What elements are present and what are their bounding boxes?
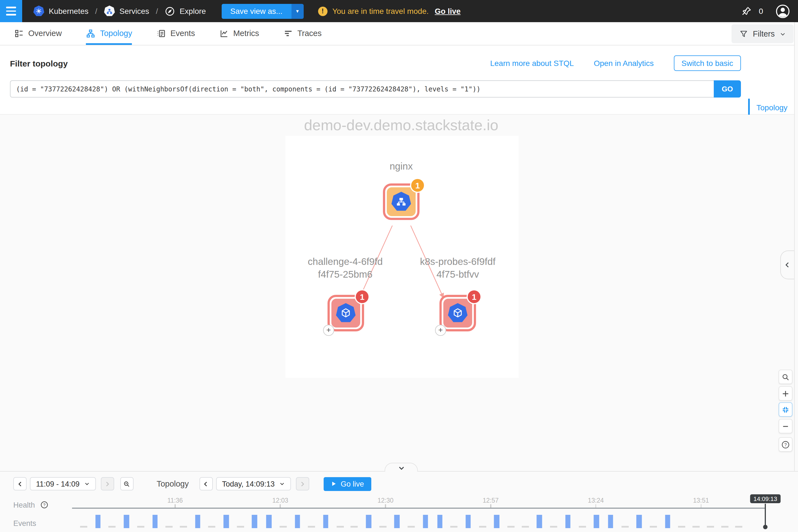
event-gap-dash	[308, 526, 315, 528]
go-live-button[interactable]: Go live	[323, 477, 371, 491]
tab-overview[interactable]: Overview	[14, 22, 62, 45]
event-gap-dash	[407, 526, 415, 528]
tab-metrics[interactable]: Metrics	[220, 22, 259, 45]
topology-canvas[interactable]: demo-dev.demo.stackstate.io nginx 1 chal…	[0, 115, 798, 471]
save-view-caret-button[interactable]: ▼	[291, 4, 303, 19]
node-label-challenge: challenge-4-6f9fd f4f75-25bm6	[308, 255, 383, 281]
save-view-as-split-button: Save view as... ▼	[222, 4, 303, 19]
topology-node-challenge[interactable]: 1 +	[327, 295, 364, 331]
explore-compass-icon	[165, 6, 175, 16]
event-gap-dash	[336, 526, 344, 528]
critical-count-badge[interactable]: 1	[355, 289, 369, 304]
breadcrumb-separator: /	[154, 7, 159, 16]
event-gap-dash	[721, 526, 728, 528]
time-cursor-handle[interactable]	[763, 525, 767, 529]
health-help-icon[interactable]: ?	[40, 500, 49, 509]
event-gap-dash	[208, 526, 215, 528]
timeline-controls: 11:09 - 14:09 Topology Today, 14:09:13	[13, 477, 371, 491]
tab-events[interactable]: Events	[156, 22, 195, 45]
service-icon	[391, 192, 411, 212]
time-range-dropdown[interactable]: 11:09 - 14:09	[30, 477, 96, 491]
tab-topology[interactable]: Topology	[86, 22, 132, 45]
event-gap-dash	[137, 526, 144, 528]
event-gap-dash	[735, 526, 742, 528]
funnel-icon	[739, 30, 748, 38]
event-bar	[636, 515, 642, 528]
open-in-analytics-link[interactable]: Open in Analytics	[594, 59, 654, 68]
zoom-in-button[interactable]	[779, 386, 793, 401]
deviating-count-badge[interactable]: 1	[410, 178, 425, 193]
filters-button[interactable]: Filters	[731, 24, 794, 43]
breadcrumb-explore[interactable]: Explore	[165, 6, 206, 16]
time-axis-line[interactable]	[72, 508, 765, 509]
breadcrumb-label: Services	[119, 7, 149, 16]
save-view-as-button[interactable]: Save view as...	[222, 4, 291, 19]
node-label-k8s-probes: k8s-probes-6f9fdf 4f75-btfvv	[420, 255, 495, 281]
range-forward-button[interactable]	[100, 477, 114, 491]
help-button[interactable]: ?	[779, 437, 793, 452]
expand-node-button[interactable]: +	[323, 325, 334, 336]
event-gap-dash	[379, 526, 386, 528]
svg-text:?: ?	[43, 502, 45, 507]
warning-icon: !	[318, 6, 327, 16]
switch-to-basic-button[interactable]: Switch to basic	[673, 55, 741, 71]
event-bar	[124, 515, 129, 528]
hamburger-menu-button[interactable]	[0, 0, 22, 22]
event-bar	[95, 515, 100, 528]
event-gap-dash	[180, 526, 187, 528]
time-cursor-line[interactable]	[765, 504, 765, 527]
warning-text: You are in time travel mode.	[332, 7, 429, 16]
collapse-timeline-handle[interactable]	[385, 463, 418, 472]
expand-node-button[interactable]: +	[435, 325, 446, 336]
event-bar	[594, 515, 599, 528]
event-gap-dash	[678, 526, 685, 528]
axis-tick: 12:57	[483, 497, 499, 508]
event-bar	[437, 515, 442, 528]
time-cursor-label: 14:09:13	[750, 494, 781, 503]
breadcrumb-services[interactable]: Services	[104, 5, 149, 17]
pod-icon	[448, 303, 468, 323]
topology-node-nginx[interactable]: 1	[383, 184, 419, 220]
open-right-panel-handle[interactable]	[780, 250, 794, 279]
tab-traces[interactable]: Traces	[283, 22, 322, 45]
play-icon	[330, 481, 336, 487]
go-button[interactable]: GO	[714, 80, 741, 97]
health-row-label: Health ?	[13, 500, 49, 509]
right-nav-topology[interactable]: Topology	[748, 99, 793, 116]
fit-to-screen-button[interactable]	[779, 402, 793, 417]
learn-more-stql-link[interactable]: Learn more about STQL	[490, 59, 574, 68]
snapshot-forward-button[interactable]	[296, 477, 309, 491]
event-gap-dash	[280, 526, 287, 528]
tab-label: Events	[170, 29, 195, 38]
pin-icon[interactable]	[741, 5, 752, 17]
canvas-search-button[interactable]	[779, 369, 793, 384]
user-avatar[interactable]	[775, 4, 790, 19]
event-gap-dash	[507, 526, 515, 528]
event-bar	[537, 515, 542, 528]
snapshot-back-button[interactable]	[199, 477, 212, 491]
tab-label: Traces	[297, 29, 322, 38]
critical-count-badge[interactable]: 1	[467, 289, 481, 304]
breadcrumb-kubernetes[interactable]: Kubernetes	[33, 5, 89, 17]
event-bar	[152, 515, 158, 528]
topology-node-k8s-probes[interactable]: 1 +	[439, 295, 476, 331]
tabs: Overview Topology Events Metrics Traces	[0, 22, 322, 45]
zoom-out-button[interactable]	[779, 419, 793, 433]
filter-panel-title: Filter topology	[10, 58, 68, 68]
range-back-button[interactable]	[13, 477, 26, 491]
top-bar: Kubernetes / Services / Explore Save vie…	[0, 0, 798, 22]
tab-label: Topology	[100, 29, 132, 38]
stql-query-input[interactable]	[10, 80, 714, 97]
events-row-label: Events	[13, 519, 36, 528]
breadcrumb-separator: /	[93, 7, 99, 16]
zoom-out-range-button[interactable]	[120, 477, 133, 491]
kubernetes-icon	[33, 5, 44, 17]
event-bar	[252, 515, 257, 528]
snapshot-time-dropdown[interactable]: Today, 14:09:13	[216, 477, 291, 491]
event-gap-dash	[479, 526, 486, 528]
event-bar	[466, 515, 471, 528]
event-gap-dash	[521, 526, 529, 528]
event-gap-dash	[621, 526, 628, 528]
go-live-link[interactable]: Go live	[435, 7, 460, 16]
event-gap-dash	[650, 526, 657, 528]
